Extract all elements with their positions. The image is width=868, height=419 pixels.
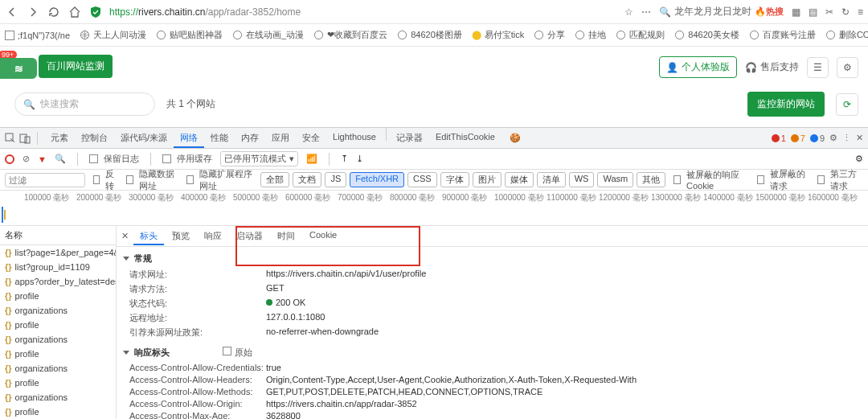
request-row[interactable]: {}profile [0, 289, 116, 303]
device-mode-icon[interactable] [19, 133, 31, 144]
request-row[interactable]: {}organizations [0, 361, 116, 376]
edit-cookie-icon[interactable]: 🍪 [510, 133, 521, 144]
search-icon[interactable]: 🔍 [55, 154, 66, 164]
network-filter-input[interactable] [5, 173, 85, 187]
detail-tab[interactable]: 响应 [198, 227, 228, 245]
page-search-input[interactable]: 🔍 快速搜索 [14, 92, 155, 116]
devtools-tab-4[interactable]: 性能 [204, 128, 235, 148]
forward-button[interactable] [26, 5, 40, 19]
detail-tab[interactable]: 预览 [166, 227, 196, 245]
bookmark-item[interactable]: 在线动画_动漫 [232, 29, 304, 41]
notes-button[interactable]: ☰ [807, 57, 829, 78]
inspect-icon[interactable] [5, 133, 16, 144]
hide-ext-urls-checkbox[interactable]: 隐藏扩展程序网址 [186, 168, 252, 192]
type-filter-pill[interactable]: WS [569, 172, 595, 187]
request-row[interactable]: {}profile [0, 376, 116, 390]
devtools-tab-2[interactable]: 源代码/来源 [114, 128, 174, 148]
general-section-header[interactable]: 常规 [123, 250, 862, 267]
detail-tab[interactable]: 启动器 [230, 227, 269, 245]
bookmark-item[interactable]: ⬤易付宝tick [472, 29, 525, 41]
type-filter-pill[interactable]: 全部 [260, 172, 289, 187]
personal-edition-button[interactable]: 👤个人体验版 [659, 56, 737, 78]
menu-icon[interactable]: ≡ [858, 6, 863, 18]
bookmark-item[interactable]: 百度账号注册 [749, 29, 816, 41]
devtools-tab-0[interactable]: 元素 [44, 128, 75, 148]
site-security-icon[interactable] [88, 5, 103, 19]
request-row[interactable]: {}profile [0, 347, 116, 361]
network-timeline[interactable]: 100000 毫秒200000 毫秒300000 毫秒400000 毫秒5000… [0, 191, 868, 226]
reload-button[interactable] [47, 5, 61, 19]
request-row[interactable]: {}profile [0, 318, 116, 332]
bookmark-item[interactable]: 分享 [534, 29, 565, 41]
devtools-tab-6[interactable]: 应用 [265, 128, 296, 148]
kebab-icon[interactable]: ⋮ [842, 133, 851, 143]
type-filter-pill[interactable]: 文档 [293, 172, 321, 187]
devtools-tab-8[interactable]: Lighthouse [326, 128, 383, 148]
devtools-issues[interactable]: 1 7 9 ⚙ ⋮ ✕ [772, 133, 863, 143]
request-row[interactable]: {}list?group_id=1109 [0, 260, 116, 274]
devtools-tab-7[interactable]: 安全 [296, 128, 326, 148]
type-filter-pill[interactable]: 清单 [537, 172, 566, 187]
bookmark-item[interactable]: 删除COOKIES [825, 29, 868, 41]
browser-search-box[interactable]: 🔍 龙年龙月龙日龙时 🔥热搜 [659, 5, 784, 18]
type-filter-pill[interactable]: 图片 [473, 172, 502, 187]
detail-tab[interactable]: 标头 [133, 227, 164, 245]
type-filter-pill[interactable]: 其他 [637, 172, 665, 187]
bookmark-item[interactable]: 天上人间动漫 [80, 29, 146, 41]
type-filter-pill[interactable]: 媒体 [505, 172, 534, 187]
raw-checkbox[interactable] [223, 347, 231, 355]
request-row[interactable]: {}apps?order_by_latest=desc [0, 274, 116, 289]
page-title-chip[interactable]: 百川网站监测 [39, 55, 113, 78]
stop-icon[interactable]: ⊘ [23, 154, 30, 164]
invert-checkbox[interactable]: 反转 [93, 168, 118, 192]
bookmark-item[interactable]: ;f1qN")73(/ne [5, 31, 70, 40]
scissors-icon[interactable]: ✂ [825, 6, 833, 18]
bookmark-item[interactable]: 84620美女楼 [674, 29, 739, 41]
devtools-tab-3[interactable]: 网络 [174, 128, 204, 148]
support-button[interactable]: 🎧售后支持 [745, 60, 799, 74]
gear-icon[interactable]: ⚙ [855, 154, 863, 164]
request-row[interactable]: {}organizations [0, 390, 116, 405]
upload-icon[interactable]: ⤒ [341, 154, 348, 164]
type-filter-pill[interactable]: 字体 [440, 172, 469, 187]
type-filter-pill[interactable]: JS [325, 172, 346, 187]
star-icon[interactable]: ☆ [624, 6, 633, 18]
add-monitor-button[interactable]: 监控新的网站 [747, 92, 825, 117]
close-detail-icon[interactable]: ✕ [121, 231, 129, 241]
request-list-header[interactable]: 名称 [0, 226, 116, 245]
throttling-select[interactable]: 已停用节流模式▾ [220, 151, 298, 166]
bookmark-item[interactable]: ❤收藏到百度云 [313, 29, 387, 41]
detail-tab[interactable]: 时间 [271, 227, 301, 245]
more-icon[interactable]: ⋯ [641, 6, 651, 18]
detail-body[interactable]: 常规 请求网址:https://rivers.chaitin.cn/api/v1… [117, 247, 868, 419]
devtools-tab-9[interactable]: 记录器 [390, 128, 429, 148]
settings-button[interactable]: ⚙ [837, 57, 858, 78]
type-filter-pill[interactable]: Wasm [597, 172, 633, 187]
request-row[interactable]: {}organizations [0, 332, 116, 347]
brand-logo[interactable]: ≋ [0, 58, 37, 79]
refresh-button[interactable]: ⟳ [836, 93, 858, 116]
bookmark-item[interactable]: 挂地 [575, 29, 606, 41]
type-filter-pill[interactable]: CSS [407, 172, 437, 187]
record-button[interactable] [5, 154, 14, 164]
back-button[interactable] [5, 5, 19, 19]
third-party-checkbox[interactable]: 第三方请求 [817, 168, 863, 192]
response-headers-section-header[interactable]: 响应标头 原始 [123, 344, 862, 361]
filter-funnel-icon[interactable]: ▼ [38, 154, 47, 164]
disable-cache-checkbox[interactable]: 停用缓存 [162, 153, 212, 165]
bookmark-item[interactable]: 贴吧贴图神器 [156, 29, 223, 41]
preserve-log-checkbox[interactable]: 保留日志 [89, 153, 139, 165]
type-filter-pill[interactable]: Fetch/XHR [350, 172, 404, 187]
wifi-icon[interactable]: 📶 [306, 154, 317, 164]
request-row[interactable]: {}profile [0, 405, 116, 419]
apps-grid-icon[interactable]: ▦ [792, 6, 800, 18]
blocked-cookies-checkbox[interactable]: 被屏蔽的响应 Cookie [674, 169, 749, 191]
detail-tab[interactable]: Cookie [303, 227, 343, 245]
download-icon[interactable]: ⤓ [356, 154, 363, 164]
request-row[interactable]: {}organizations [0, 303, 116, 318]
close-icon[interactable]: ✕ [856, 133, 863, 143]
history-icon[interactable]: ↻ [841, 6, 850, 18]
devtools-tab-1[interactable]: 控制台 [75, 128, 114, 148]
blocked-requests-checkbox[interactable]: 被屏蔽的请求 [757, 168, 809, 192]
home-button[interactable] [68, 5, 82, 19]
